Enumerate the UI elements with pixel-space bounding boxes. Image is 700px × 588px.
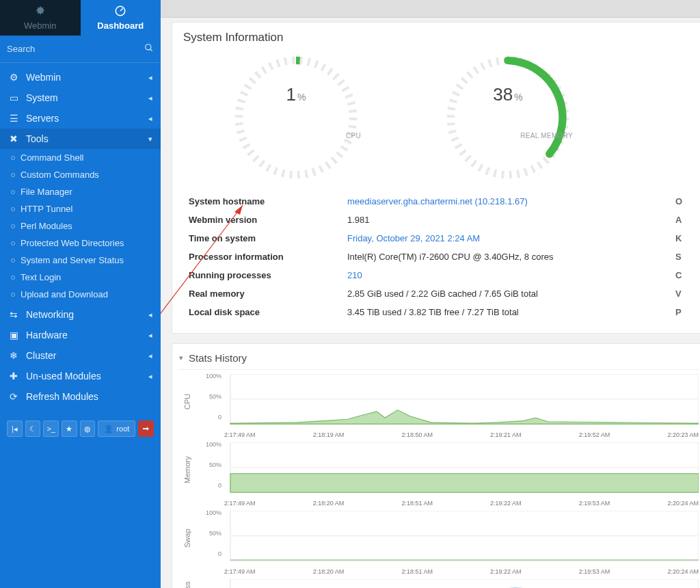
search-input[interactable] xyxy=(7,44,144,54)
nav-webmin[interactable]: ⚙ Webmin ◂ xyxy=(0,67,161,88)
gauge-mem-label: REAL MEMORY xyxy=(520,132,573,139)
runproc-link[interactable]: 210 xyxy=(347,270,362,280)
nav-cluster[interactable]: ❄ Cluster ◂ xyxy=(0,345,161,366)
chart-process: 200 xyxy=(197,579,699,588)
sidebar: Webmin Dashboard ⚙ Webmin ◂ ▭ xyxy=(0,0,161,588)
chevron-left-icon: ◂ xyxy=(148,114,152,123)
svg-line-2 xyxy=(150,49,152,51)
runproc-key: Running processes xyxy=(185,267,342,284)
x-tick: 2:19:21 AM xyxy=(490,431,522,438)
sub-system-server-status[interactable]: System and Server Status xyxy=(0,252,161,269)
chart-swap-xticks: 2:17:49 AM 2:18:20 AM 2:18:51 AM 2:19:22… xyxy=(224,568,699,575)
time-key: Time on system xyxy=(185,230,342,247)
user-button[interactable]: 👤 root xyxy=(98,420,135,437)
panel-title: System Information xyxy=(183,31,693,44)
sub-label: Perl Modules xyxy=(21,221,72,231)
chevron-left-icon: ◂ xyxy=(148,73,152,82)
x-tick: 2:18:19 AM xyxy=(313,431,345,438)
proc-key: Processor information xyxy=(185,248,342,265)
main-area: System Information 1% CPU xyxy=(161,0,700,588)
nav-label: System xyxy=(26,92,148,103)
cut-label: K xyxy=(671,230,692,247)
x-tick: 2:20:24 AM xyxy=(667,568,699,575)
gauge-cpu: 1% CPU xyxy=(231,53,361,185)
sub-label: File Manager xyxy=(21,187,72,197)
chart-cpu-xticks: 2:17:49 AM 2:18:19 AM 2:18:50 AM 2:19:21… xyxy=(224,431,699,438)
svg-point-1 xyxy=(146,44,151,50)
sub-perl-modules[interactable]: Perl Modules xyxy=(0,217,161,235)
nav-hardware[interactable]: ▣ Hardware ◂ xyxy=(0,325,161,345)
chart-memory: 100% 50% 0 2:17:49 AM 2:1 xyxy=(197,442,699,497)
x-tick: 2:18:20 AM xyxy=(313,568,345,575)
sub-text-login[interactable]: Text Login xyxy=(0,269,161,286)
tab-dashboard[interactable]: Dashboard xyxy=(81,0,161,36)
tools-submenu: Command Shell Custom Commands File Manag… xyxy=(0,149,161,304)
nav-tools[interactable]: ✖ Tools ▾ xyxy=(0,129,161,149)
cut-label: S xyxy=(671,248,692,265)
sub-upload-download[interactable]: Upload and Download xyxy=(0,286,161,303)
tab-webmin[interactable]: Webmin xyxy=(0,0,81,36)
svg-point-3 xyxy=(239,60,353,174)
night-mode-button[interactable]: ☾ xyxy=(25,420,41,437)
gauge-memory: 38% REAL MEMORY xyxy=(443,53,573,185)
x-tick: 2:17:49 AM xyxy=(224,568,256,575)
x-tick: 2:19:53 AM xyxy=(579,500,610,507)
cut-label: A xyxy=(671,211,692,228)
x-tick: 2:19:22 AM xyxy=(490,568,522,575)
y-tick: 100% xyxy=(206,509,221,516)
y-tick: 50% xyxy=(209,393,221,400)
sub-command-shell[interactable]: Command Shell xyxy=(0,149,161,166)
system-info-panel: System Information 1% CPU xyxy=(172,22,700,334)
chart-cpu: 100% 50% 0 2:17:49 AM 2:1 xyxy=(197,374,699,429)
chart-memory-wrap: Memory 100% 50% 0 xyxy=(178,442,699,497)
hostname-link[interactable]: meediaserver.gha.chartermi.net (10.218.1… xyxy=(347,196,528,206)
brand-tabs: Webmin Dashboard xyxy=(0,0,161,36)
collapse-sidebar-button[interactable]: |◂ xyxy=(7,420,23,437)
x-tick: 2:19:53 AM xyxy=(579,568,610,575)
y-tick: 50% xyxy=(209,530,221,537)
nav-networking[interactable]: ⇆ Networking ◂ xyxy=(0,304,161,325)
nav-unused-modules[interactable]: ✚ Un-used Modules ◂ xyxy=(0,366,161,386)
nav-label: Cluster xyxy=(26,350,148,361)
gauge-mem-value: 38% xyxy=(443,84,573,105)
sub-file-manager[interactable]: File Manager xyxy=(0,183,161,200)
favorite-button[interactable]: ★ xyxy=(62,420,77,437)
sub-label: HTTP Tunnel xyxy=(21,204,72,214)
stats-title: Stats History xyxy=(189,352,247,364)
logout-button[interactable]: ⮕ xyxy=(138,420,154,437)
laptop-icon: ▭ xyxy=(8,92,19,103)
x-tick: 2:17:49 AM xyxy=(224,500,256,507)
svg-rect-13 xyxy=(230,579,699,588)
sub-label: Custom Commands xyxy=(21,170,99,180)
chevron-left-icon: ◂ xyxy=(148,351,152,360)
nav-refresh-modules[interactable]: ⟳ Refresh Modules xyxy=(0,386,161,407)
sub-custom-commands[interactable]: Custom Commands xyxy=(0,166,161,183)
gauges-row: 1% CPU 38% REAL MEMORY xyxy=(183,53,693,185)
nav-label: Refresh Modules xyxy=(26,391,152,402)
tab-label: Webmin xyxy=(24,21,56,31)
chevron-left-icon: ◂ xyxy=(148,310,152,319)
language-button[interactable]: ◍ xyxy=(80,420,96,437)
pct-sign: % xyxy=(514,92,522,103)
puzzle-icon: ✚ xyxy=(8,371,19,382)
hostname-key: System hostname xyxy=(185,193,342,210)
nav-servers[interactable]: ☰ Servers ◂ xyxy=(0,108,161,129)
realmem-key: Real memory xyxy=(185,285,342,302)
x-tick: 2:19:22 AM xyxy=(490,500,522,507)
svg-rect-9 xyxy=(230,474,699,492)
network-icon: ⇆ xyxy=(8,309,19,320)
user-icon: 👤 xyxy=(104,425,113,433)
gear-icon: ⚙ xyxy=(8,72,19,83)
chart-cpu-axis-label: CPU xyxy=(178,374,197,429)
chart-cpu-wrap: CPU 100% 50% 0 xyxy=(178,374,699,429)
stats-header[interactable]: ▾ Stats History xyxy=(178,349,699,370)
cut-label: P xyxy=(671,304,692,321)
search-icon[interactable] xyxy=(144,43,154,55)
sub-protected-web-dirs[interactable]: Protected Web Directories xyxy=(0,235,161,252)
time-link[interactable]: Friday, October 29, 2021 2:24 AM xyxy=(347,233,480,243)
cut-label: O xyxy=(671,193,692,210)
terminal-button[interactable]: >_ xyxy=(43,420,59,437)
nav-system[interactable]: ▭ System ◂ xyxy=(0,88,161,108)
search-row xyxy=(0,36,161,63)
sub-http-tunnel[interactable]: HTTP Tunnel xyxy=(0,200,161,217)
